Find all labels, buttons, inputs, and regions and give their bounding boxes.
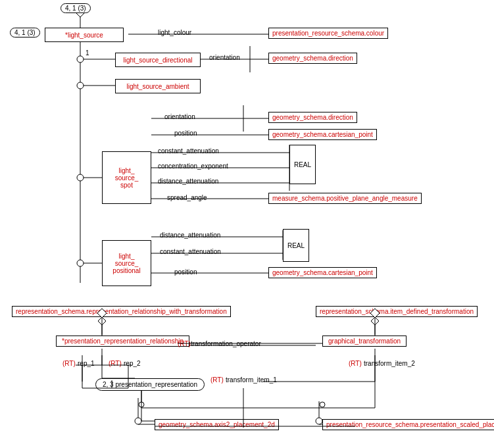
geom-axis2-box: geometry_schema.axis2_placement_2d <box>155 419 279 430</box>
light-source-ambient-box: light_source_ambient <box>115 79 201 93</box>
light-colour-label: light_colour <box>158 29 191 36</box>
constant-att2-label: constant_attenuation <box>160 248 221 255</box>
diagram: 4, 1 (3) 4, 1 (3) *light_source light_co… <box>0 0 494 448</box>
badge-top: 4, 1 (3) <box>61 3 91 13</box>
one-label: 1 <box>86 49 89 57</box>
rep1-label: rep_1 <box>78 360 95 367</box>
geom-cartesian-box1: geometry_schema.cartesian_point <box>268 129 377 140</box>
constant-att1-label: constant_attenuation <box>158 147 219 155</box>
svg-marker-29 <box>98 317 106 325</box>
real-box1: REAL <box>289 145 316 184</box>
svg-point-23 <box>77 260 84 266</box>
pres-rep-rel-box: *presentation_representation_relationshi… <box>56 336 189 347</box>
light-source-positional-box: light_ source_ positional <box>102 240 151 286</box>
pres-rep-box: 2, 3 presentation_representation <box>95 378 205 391</box>
rt-transform-item2-label: (RT) <box>349 360 362 367</box>
rt-rep1-label: (RT) <box>62 360 76 367</box>
rt-transform-item1-label: (RT) <box>210 376 224 384</box>
svg-point-43 <box>316 418 322 424</box>
rt-transform-op-label: (RT) <box>178 340 191 347</box>
item-defined-transform-box: representation_schema.item_defined_trans… <box>316 306 478 317</box>
transform-item2-label: transform_item_2 <box>364 360 415 367</box>
rep-rel-transform-box: representation_schema.representation_rel… <box>12 306 231 317</box>
concentration-exp-label: concentration_exponent <box>158 162 228 170</box>
svg-point-10 <box>77 82 84 89</box>
pres-resource-colour-box: presentation_resource_schema.colour <box>268 28 388 39</box>
orientation2-label: orientation <box>164 113 195 120</box>
geom-cartesian-box2: geometry_schema.cartesian_point <box>268 267 377 278</box>
transform-op-label: transformation_operator <box>191 340 261 347</box>
pres-scaled-box: presentation_resource_schema.presentatio… <box>322 419 494 430</box>
light-source-directional-box: light_source_directional <box>115 53 201 67</box>
distance-att2-label: distance_attenuation <box>160 232 220 239</box>
graphical-transform-box: graphical_transformation <box>322 336 407 347</box>
transform-item1-label: transform_item_1 <box>226 376 277 384</box>
measure-angle-box: measure_schema.positive_plane_angle_meas… <box>268 193 422 204</box>
position1-label: position <box>174 130 197 137</box>
position2-label: position <box>174 268 197 276</box>
light-source-box: *light_source <box>45 28 124 42</box>
rep2-label: rep_2 <box>124 360 141 367</box>
geom-direction-box2: geometry_schema.direction <box>268 112 357 123</box>
badge-left: 4, 1 (3) <box>10 28 40 37</box>
rt-rep2-label: (RT) <box>109 360 122 367</box>
svg-point-64 <box>320 402 325 407</box>
real-box2: REAL <box>283 229 309 262</box>
svg-point-59 <box>139 402 144 407</box>
geom-direction-box1: geometry_schema.direction <box>268 53 357 64</box>
svg-point-12 <box>77 174 84 181</box>
light-source-spot-box: light_ source_ spot <box>102 151 151 204</box>
svg-marker-31 <box>371 317 379 325</box>
orientation1-label: orientation <box>209 54 240 61</box>
svg-point-5 <box>77 56 84 62</box>
distance-att1-label: distance_attenuation <box>158 178 218 185</box>
spread-angle-label: spread_angle <box>167 194 207 201</box>
svg-point-39 <box>135 418 141 424</box>
